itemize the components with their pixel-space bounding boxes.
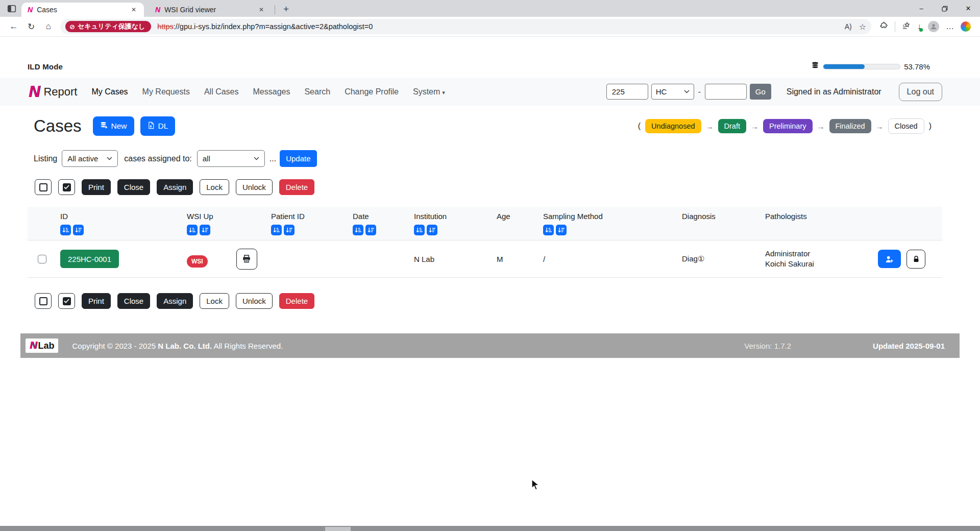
settings-more-icon[interactable]: …: [946, 22, 954, 31]
tab-wsi-grid-viewer[interactable]: N WSI Grid viewer ✕: [149, 3, 272, 17]
row-print-button[interactable]: [236, 249, 257, 270]
page-title: Cases: [34, 116, 82, 136]
delete-button[interactable]: Delete: [279, 293, 314, 309]
select-all-button[interactable]: [58, 293, 75, 309]
security-warning-badge[interactable]: ⊘ セキュリティ保護なし: [65, 21, 151, 32]
favorite-star-icon[interactable]: ☆: [859, 22, 866, 32]
close-button[interactable]: Close: [117, 293, 150, 309]
workflow-arrow-icon: →: [876, 122, 884, 131]
sort-asc-icon[interactable]: [353, 225, 363, 235]
read-aloud-icon[interactable]: A): [845, 22, 852, 31]
footer-logo-lab: Lab: [38, 341, 54, 351]
window-close-button[interactable]: ✕: [957, 0, 980, 17]
unlock-button[interactable]: Unlock: [236, 179, 273, 195]
status-badge-draft: Draft: [718, 119, 746, 133]
home-icon[interactable]: ⌂: [40, 18, 57, 35]
download-cases-button[interactable]: DL: [140, 116, 176, 136]
case-number-input[interactable]: [606, 84, 648, 100]
case-id-button[interactable]: 225HC-0001: [60, 250, 119, 268]
mouse-cursor: [531, 479, 541, 491]
security-warning-icon: ⊘: [69, 23, 75, 31]
logout-button[interactable]: Log out: [899, 83, 942, 101]
window-minimize-button[interactable]: –: [910, 0, 933, 17]
nav-item-search[interactable]: Search: [297, 83, 337, 101]
case-type-value: HC: [656, 87, 667, 96]
nav-item-system-dropdown[interactable]: System▾: [406, 83, 452, 101]
url-text[interactable]: https://gpu.i-sys.biz/index.php?m=assign…: [157, 22, 373, 31]
tab-layout-icon[interactable]: [4, 2, 19, 15]
brand-name: Report: [43, 85, 77, 99]
assigned-to-select[interactable]: all: [197, 150, 265, 167]
app-brand[interactable]: N Report: [29, 83, 77, 101]
row-lock-button[interactable]: [906, 250, 925, 269]
wsi-badge: WSI: [187, 255, 208, 268]
lock-button[interactable]: Lock: [200, 293, 229, 309]
tab-close-icon[interactable]: ✕: [129, 5, 139, 14]
sort-desc-icon[interactable]: [556, 225, 567, 235]
nav-item-my-cases[interactable]: My Cases: [84, 83, 135, 101]
update-button[interactable]: Update: [280, 150, 316, 167]
sort-desc-icon[interactable]: [427, 225, 437, 235]
back-icon[interactable]: ←: [5, 18, 22, 35]
sort-asc-icon[interactable]: [271, 225, 282, 235]
tab-cases[interactable]: N Cases ✕: [21, 3, 144, 17]
unlock-button[interactable]: Unlock: [236, 293, 273, 309]
sort-desc-icon[interactable]: [73, 225, 84, 235]
go-button[interactable]: Go: [750, 84, 771, 100]
database-add-icon: [100, 122, 108, 131]
window-restore-button[interactable]: [933, 0, 957, 17]
extensions-icon[interactable]: [879, 21, 888, 32]
downloads-icon[interactable]: ↓: [917, 22, 921, 31]
filter-bar: Listing All active cases assigned to: al…: [28, 150, 942, 167]
new-case-button[interactable]: New: [93, 116, 134, 136]
new-tab-button[interactable]: +: [278, 4, 294, 15]
row-checkbox[interactable]: [38, 255, 46, 263]
app-navbar: N Report My Cases My Requests All Cases …: [0, 78, 980, 106]
storage-database-icon: [811, 61, 819, 72]
assigned-to-select-value: all: [203, 154, 210, 163]
case-suffix-input[interactable]: [705, 84, 747, 100]
delete-button[interactable]: Delete: [279, 179, 314, 195]
case-type-select[interactable]: HC: [651, 84, 694, 100]
nav-item-all-cases[interactable]: All Cases: [197, 83, 246, 101]
sort-desc-icon[interactable]: [284, 225, 295, 235]
excel-file-icon: [148, 122, 155, 131]
print-button[interactable]: Print: [82, 293, 111, 309]
copyright-text: Copyright © 2023 - 2025 N Lab. Co. Ltd. …: [72, 342, 283, 350]
assign-button[interactable]: Assign: [157, 293, 193, 309]
refresh-icon[interactable]: ↻: [22, 18, 40, 35]
collections-icon[interactable]: [902, 21, 911, 32]
tab-title: Cases: [37, 6, 129, 14]
brand-logo-icon: N: [29, 83, 40, 101]
select-all-button[interactable]: [58, 179, 75, 195]
tab-close-icon[interactable]: ✕: [256, 5, 266, 14]
sort-desc-icon[interactable]: [200, 225, 210, 235]
chevron-down-icon: [107, 157, 112, 160]
workflow-arrow-icon: →: [706, 122, 714, 131]
row-assign-pathologist-button[interactable]: [878, 250, 901, 268]
assign-button[interactable]: Assign: [157, 179, 193, 195]
profile-avatar[interactable]: [928, 21, 939, 32]
workflow-arrow-icon: →: [751, 122, 758, 131]
tab-favicon: N: [155, 6, 160, 14]
nav-item-change-profile[interactable]: Change Profile: [337, 83, 406, 101]
listing-select[interactable]: All active: [62, 150, 118, 167]
sort-asc-icon[interactable]: [543, 225, 554, 235]
address-bar[interactable]: ⊘ セキュリティ保護なし https://gpu.i-sys.biz/index…: [60, 19, 871, 34]
sort-asc-icon[interactable]: [414, 225, 425, 235]
nav-item-messages[interactable]: Messages: [246, 83, 298, 101]
person-add-icon: [885, 255, 894, 263]
copilot-icon[interactable]: [961, 21, 971, 32]
lock-button[interactable]: Lock: [200, 179, 229, 195]
sort-asc-icon[interactable]: [60, 225, 71, 235]
sort-desc-icon[interactable]: [365, 225, 376, 235]
nav-item-my-requests[interactable]: My Requests: [135, 83, 197, 101]
storage-progress-fill: [823, 64, 865, 69]
sort-asc-icon[interactable]: [187, 225, 198, 235]
print-button[interactable]: Print: [82, 179, 111, 195]
header-actions-spacer: [868, 212, 942, 235]
close-button[interactable]: Close: [117, 179, 150, 195]
deselect-all-button[interactable]: [35, 293, 52, 309]
deselect-all-button[interactable]: [35, 179, 52, 195]
column-header-institution: Institution: [407, 212, 489, 235]
